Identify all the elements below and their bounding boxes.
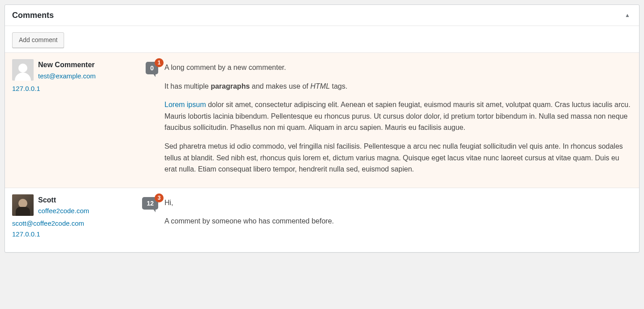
comment-paragraph: Sed pharetra metus id odio commodo, vel … — [164, 141, 632, 175]
comment-paragraph: Lorem ipsum dolor sit amet, consectetur … — [164, 99, 632, 133]
author-below-meta: 127.0.0.1 — [12, 83, 164, 94]
add-comment-wrap: Add comment — [5, 26, 639, 53]
comment-count-badge[interactable]: 123 — [142, 197, 164, 210]
comment-author-column: Scottcoffee2code.com123scott@coffee2code… — [12, 194, 164, 240]
author-below-meta: scott@coffee2code.com127.0.0.1 — [12, 218, 164, 240]
author-meta: Scottcoffee2code.com — [38, 194, 136, 217]
panel-header: Comments ▲ — [5, 5, 639, 26]
author-top: New Commentertest@example.com01 — [12, 59, 164, 82]
comment-body-text: tags. — [330, 82, 347, 90]
author-email-link[interactable]: test@example.com — [38, 72, 96, 80]
author-name: New Commenter — [38, 59, 139, 71]
comment-paragraph: It has multiple paragraphs and makes use… — [164, 81, 632, 92]
comment-body-text: dolor sit amet, consectetur adipiscing e… — [164, 101, 631, 131]
author-top: Scottcoffee2code.com123 — [12, 194, 164, 217]
author-email-link[interactable]: scott@coffee2code.com — [12, 219, 84, 227]
comments-list: New Commentertest@example.com01127.0.0.1… — [5, 53, 639, 252]
comment-body-text: It has multiple — [164, 82, 211, 90]
comment-body-text: Hi, — [164, 199, 173, 206]
comment-paragraph: A long comment by a new commenter. — [164, 62, 632, 73]
comment-body-text: A long comment by a new commenter. — [164, 64, 286, 71]
comment-body-text: and makes use of — [250, 82, 310, 90]
comments-panel: Comments ▲ Add comment New Commentertest… — [4, 4, 640, 253]
author-avatar — [12, 194, 34, 216]
panel-body: Add comment New Commentertest@example.co… — [5, 26, 639, 252]
comment-count-badge[interactable]: 01 — [146, 62, 164, 74]
pending-count-badge: 1 — [155, 58, 164, 67]
author-ip-link[interactable]: 127.0.0.1 — [12, 85, 40, 92]
comment-body-strong: paragraphs — [211, 82, 250, 90]
comment-row: New Commentertest@example.com01127.0.0.1… — [5, 53, 639, 188]
author-ip-link[interactable]: 127.0.0.1 — [12, 230, 40, 238]
comment-body-italic: HTML — [310, 82, 330, 90]
comment-paragraph: Hi, — [164, 197, 632, 209]
comment-body: A long comment by a new commenter.It has… — [164, 59, 632, 175]
comment-paragraph: A comment by someone who has commented b… — [164, 215, 632, 227]
collapse-toggle[interactable]: ▲ — [623, 10, 632, 20]
author-name: Scott — [38, 194, 136, 206]
panel-title: Comments — [12, 11, 54, 20]
pending-count-badge: 3 — [155, 193, 164, 202]
comment-row: Scottcoffee2code.com123scott@coffee2code… — [5, 188, 639, 253]
comment-author-column: New Commentertest@example.com01127.0.0.1 — [12, 59, 164, 175]
author-meta: New Commentertest@example.com — [38, 59, 139, 82]
comment-body: Hi,A comment by someone who has commente… — [164, 194, 632, 240]
comment-body-link[interactable]: Lorem ipsum — [164, 101, 206, 108]
comment-body-text: A comment by someone who has commented b… — [164, 217, 334, 225]
author-avatar — [12, 59, 34, 81]
comment-body-text: Sed pharetra metus id odio commodo, vel … — [164, 142, 623, 173]
author-website-link[interactable]: coffee2code.com — [38, 207, 89, 215]
add-comment-button[interactable]: Add comment — [12, 32, 64, 48]
